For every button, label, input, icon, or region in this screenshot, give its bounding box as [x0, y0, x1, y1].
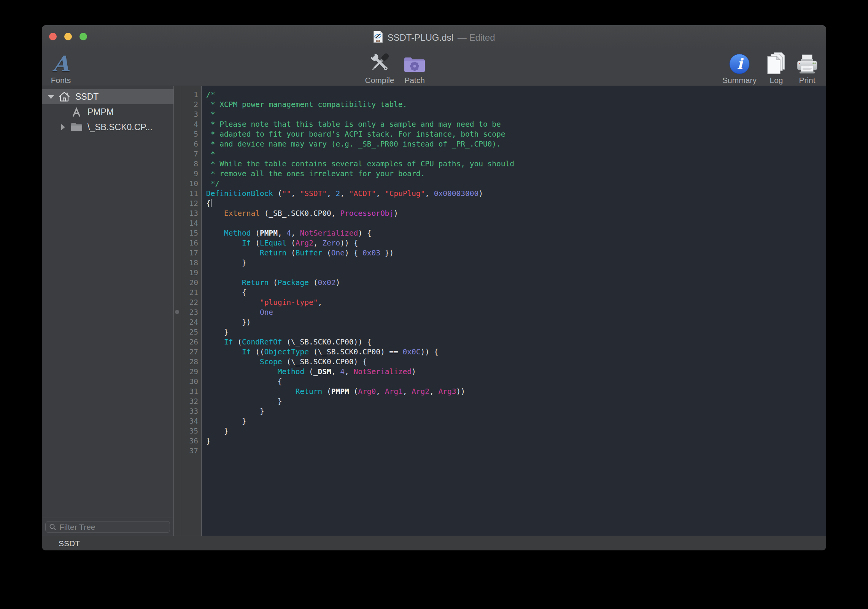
- printer-icon: [796, 49, 818, 75]
- code-line: }: [206, 407, 826, 416]
- summary-button[interactable]: i Summary: [722, 49, 757, 85]
- filter-placeholder: Filter Tree: [59, 523, 95, 532]
- line-number: 20: [181, 278, 198, 288]
- code-line: One: [206, 308, 826, 317]
- toolbar: A Fonts: [42, 49, 826, 86]
- code-line: Method (_DSM, 4, NotSerialized): [206, 367, 826, 377]
- filter-tree-input[interactable]: Filter Tree: [45, 521, 170, 533]
- code-line: {: [206, 288, 826, 298]
- line-number: 16: [181, 238, 198, 248]
- title-bar[interactable]: DSL SSDT-PLUG.dsl — Edited: [42, 25, 826, 49]
- line-number: 29: [181, 367, 198, 377]
- compile-button[interactable]: Compile: [365, 49, 394, 85]
- fonts-button[interactable]: A Fonts: [51, 49, 71, 85]
- line-number: 1: [181, 90, 198, 100]
- fonts-label: Fonts: [51, 76, 71, 85]
- code-line: Method (PMPM, 4, NotSerialized) {: [206, 228, 826, 238]
- search-icon: [49, 523, 56, 531]
- compile-label: Compile: [365, 76, 394, 85]
- sidebar-item-label: SSDT: [75, 92, 99, 102]
- line-number: 13: [181, 209, 198, 218]
- close-button[interactable]: [49, 33, 57, 40]
- code-line: }: [206, 436, 826, 446]
- sidebar-item-pmpm[interactable]: PMPM: [42, 104, 173, 120]
- code-line: * remove all the ones irrelevant for you…: [206, 169, 826, 179]
- code-line: If ((ObjectType (\_SB.SCK0.CP00) == 0x0C…: [206, 347, 826, 357]
- filter-area: Filter Tree: [42, 518, 173, 536]
- line-number: 25: [181, 327, 198, 337]
- disclosure-open-icon[interactable]: [47, 93, 55, 100]
- line-number: 3: [181, 110, 198, 120]
- log-label: Log: [769, 76, 783, 85]
- status-bar: SSDT: [42, 536, 826, 550]
- line-number: 14: [181, 218, 198, 228]
- split-divider[interactable]: [174, 86, 181, 536]
- line-number: 21: [181, 288, 198, 298]
- code-line: "plugin-type",: [206, 298, 826, 308]
- code-line: * Please note that this table is only a …: [206, 120, 826, 129]
- code-line: [206, 218, 826, 228]
- line-number: 19: [181, 268, 198, 278]
- sidebar-item-ssdt[interactable]: SSDT: [42, 89, 173, 104]
- zoom-button[interactable]: [79, 33, 87, 40]
- minimize-button[interactable]: [64, 33, 72, 40]
- sidebar-item-label: PMPM: [87, 107, 114, 117]
- window-title: DSL SSDT-PLUG.dsl — Edited: [373, 30, 495, 45]
- print-button[interactable]: Print: [796, 49, 818, 85]
- line-number: 33: [181, 407, 198, 416]
- disclosure-closed-icon[interactable]: [59, 123, 67, 131]
- line-number: 11: [181, 189, 198, 199]
- code-line: * XCPM power management compatibility ta…: [206, 100, 826, 110]
- line-number: 10: [181, 179, 198, 189]
- home-icon: [58, 91, 71, 103]
- line-number-gutter: 1234567891011121314151617181920212223242…: [181, 86, 202, 536]
- log-button[interactable]: Log: [766, 49, 787, 85]
- print-label: Print: [799, 76, 815, 85]
- sidebar: SSDT PMPM \_SB.SCK0.CP... Filter Tree: [42, 86, 174, 536]
- sidebar-item-label: \_SB.SCK0.CP...: [87, 122, 153, 132]
- divider-drag-handle[interactable]: [175, 310, 179, 314]
- ssdt-tree: SSDT PMPM \_SB.SCK0.CP...: [42, 86, 173, 518]
- main-content: SSDT PMPM \_SB.SCK0.CP... Filter Tree: [42, 86, 826, 536]
- line-number: 30: [181, 377, 198, 387]
- line-number: 15: [181, 228, 198, 238]
- code-line: External (_SB_.SCK0.CP00, ProcessorObj): [206, 209, 826, 218]
- code-line: {: [206, 199, 826, 209]
- text-caret: [211, 199, 211, 207]
- line-number: 18: [181, 258, 198, 268]
- code-line: [206, 446, 826, 456]
- line-number: 31: [181, 387, 198, 397]
- fonts-icon: A: [52, 49, 69, 75]
- compile-tools-icon: [367, 49, 392, 75]
- line-number: 22: [181, 298, 198, 308]
- line-number: 8: [181, 159, 198, 169]
- code-line: * and device name may vary (e.g. _SB_.PR…: [206, 139, 826, 149]
- line-number: 37: [181, 446, 198, 456]
- line-number: 12: [181, 199, 198, 209]
- code-line: If (CondRefOf (\_SB.SCK0.CP00)) {: [206, 337, 826, 347]
- folder-icon: [70, 121, 83, 133]
- info-icon: i: [729, 49, 750, 75]
- line-number: 26: [181, 337, 198, 347]
- code-line: Return (Package (0x02): [206, 278, 826, 288]
- sidebar-item-sb-sck0-cp[interactable]: \_SB.SCK0.CP...: [42, 120, 173, 135]
- status-path: SSDT: [59, 539, 80, 548]
- line-number: 35: [181, 426, 198, 436]
- line-number: 5: [181, 129, 198, 139]
- line-number: 23: [181, 308, 198, 317]
- line-number: 32: [181, 397, 198, 407]
- line-number: 24: [181, 317, 198, 327]
- log-pages-icon: [766, 49, 787, 75]
- code-line: }: [206, 258, 826, 268]
- code-line: }: [206, 426, 826, 436]
- code-editor[interactable]: /* * XCPM power management compatibility…: [202, 86, 826, 536]
- code-line: * adapted to fit your board's ACPI stack…: [206, 129, 826, 139]
- code-line: If (LEqual (Arg2, Zero)) {: [206, 238, 826, 248]
- patch-button[interactable]: Patch: [403, 49, 426, 85]
- line-number: 2: [181, 100, 198, 110]
- code-line: /*: [206, 90, 826, 100]
- desktop: DSL SSDT-PLUG.dsl — Edited A Fonts: [0, 0, 868, 609]
- line-number: 36: [181, 436, 198, 446]
- code-line: Return (PMPM (Arg0, Arg1, Arg2, Arg3)): [206, 387, 826, 397]
- patch-folder-icon: [403, 49, 426, 75]
